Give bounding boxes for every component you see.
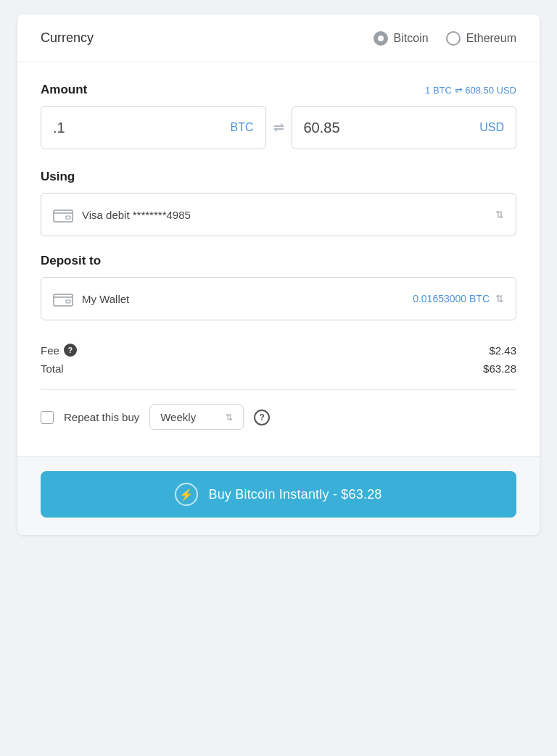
payment-arrows-icon: ⇅: [495, 209, 504, 220]
bitcoin-option[interactable]: Bitcoin: [374, 31, 429, 46]
buy-button[interactable]: ⚡ Buy Bitcoin Instantly - $63.28: [41, 471, 516, 518]
bitcoin-radio[interactable]: [374, 31, 388, 46]
fee-label: Fee ?: [41, 344, 77, 357]
ethereum-radio[interactable]: [446, 31, 461, 46]
usd-input-box[interactable]: USD: [292, 106, 517, 149]
divider: [41, 389, 516, 390]
deposit-title: Deposit to: [41, 254, 516, 268]
deposit-arrows-icon: ⇅: [495, 293, 504, 304]
bitcoin-label: Bitcoin: [394, 32, 429, 45]
frequency-text: Weekly: [160, 411, 220, 423]
repeat-label: Repeat this buy: [64, 411, 139, 423]
deposit-wallet-select[interactable]: My Wallet 0.01653000 BTC ⇅: [41, 277, 516, 320]
buy-button-label: Buy Bitcoin Instantly - $63.28: [208, 487, 381, 502]
fee-value: $2.43: [489, 344, 516, 357]
buy-section: ⚡ Buy Bitcoin Instantly - $63.28: [17, 456, 540, 535]
ethereum-option[interactable]: Ethereum: [446, 31, 516, 46]
deposit-amount: 0.01653000 BTC: [413, 293, 490, 304]
swap-icon: ⇌: [273, 120, 284, 136]
deposit-wallet-name: My Wallet: [82, 293, 413, 305]
payment-method-select[interactable]: Visa debit ********4985 ⇅: [41, 193, 516, 236]
frequency-select[interactable]: Weekly ⇅: [149, 404, 244, 430]
btc-unit: BTC: [231, 121, 254, 134]
total-row: Total $63.28: [41, 362, 516, 375]
currency-options: Bitcoin Ethereum: [374, 31, 516, 46]
amount-header: Amount 1 BTC ⇌ 608.50 USD: [41, 83, 516, 97]
main-content: Amount 1 BTC ⇌ 608.50 USD BTC ⇌ USD Usin…: [17, 62, 540, 456]
fee-row: Fee ? $2.43: [41, 344, 516, 357]
repeat-checkbox[interactable]: [41, 411, 54, 424]
ethereum-label: Ethereum: [466, 32, 516, 45]
btc-input-box[interactable]: BTC: [41, 106, 266, 149]
usd-input[interactable]: [304, 120, 480, 136]
exchange-rate: 1 BTC ⇌ 608.50 USD: [425, 85, 516, 96]
fee-help-icon[interactable]: ?: [64, 344, 77, 357]
using-title: Using: [41, 170, 516, 184]
total-value: $63.28: [483, 362, 516, 375]
amount-inputs: BTC ⇌ USD: [41, 106, 516, 149]
svg-rect-3: [66, 300, 70, 303]
using-section: Using Visa debit ********4985 ⇅: [41, 170, 516, 236]
currency-label: Currency: [41, 30, 94, 46]
frequency-arrows-icon: ⇅: [226, 412, 233, 423]
payment-method-text: Visa debit ********4985: [82, 209, 495, 221]
amount-title: Amount: [41, 83, 87, 97]
svg-rect-1: [66, 216, 70, 219]
deposit-section: Deposit to My Wallet 0.01653000 BTC ⇅: [41, 254, 516, 320]
currency-section: Currency Bitcoin Ethereum: [17, 14, 540, 62]
total-label: Total: [41, 362, 64, 375]
wallet-icon: [53, 207, 73, 223]
btc-input[interactable]: [53, 120, 231, 136]
repeat-section: Repeat this buy Weekly ⇅ ?: [41, 404, 516, 436]
usd-unit: USD: [479, 121, 504, 134]
lightning-icon: ⚡: [175, 483, 198, 506]
deposit-wallet-icon: [53, 291, 73, 307]
repeat-help-icon[interactable]: ?: [254, 410, 270, 425]
main-card: Currency Bitcoin Ethereum Amount 1 BTC ⇌…: [17, 14, 540, 535]
fee-section: Fee ? $2.43 Total $63.28: [41, 338, 516, 375]
